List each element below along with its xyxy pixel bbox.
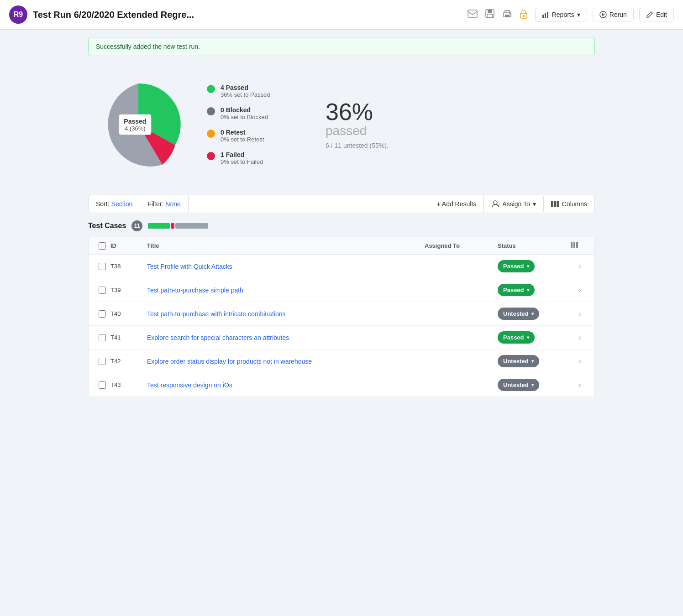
row-title[interactable]: Explore search for special characters an… <box>147 334 425 341</box>
row-checkbox-cell <box>94 358 110 365</box>
row-title[interactable]: Test path-to-purchase simple path <box>147 287 425 294</box>
blocked-dot <box>207 107 215 115</box>
table-row: T42 Explore order status display for pro… <box>89 350 594 373</box>
email-icon-button[interactable] <box>466 8 479 22</box>
svg-rect-9 <box>542 15 544 18</box>
save-icon-button[interactable] <box>483 7 497 23</box>
row-title[interactable]: Explore order status display for product… <box>147 358 425 365</box>
test-cases-title: Test Cases <box>88 222 126 230</box>
status-chevron-icon: ▾ <box>527 335 529 340</box>
columns-icon <box>551 201 559 207</box>
row-arrow-3[interactable]: › <box>571 334 589 342</box>
failed-dot <box>207 152 215 160</box>
row-arrow-4[interactable]: › <box>571 357 589 365</box>
test-cases-table: ID Title Assigned To Status T38 Test Pro… <box>88 237 595 397</box>
status-badge-3[interactable]: Passed ▾ <box>498 331 535 344</box>
row-arrow-1[interactable]: › <box>571 286 589 294</box>
table-header: ID Title Assigned To Status <box>89 237 594 255</box>
rerun-button[interactable]: Rerun <box>593 8 634 21</box>
row-id: T38 <box>110 263 147 270</box>
svg-rect-20 <box>576 242 578 248</box>
svg-rect-2 <box>488 10 492 13</box>
svg-rect-15 <box>551 201 553 207</box>
row-checkbox-0[interactable] <box>99 263 106 270</box>
blocked-legend-sub: 0% set to Blocked <box>221 114 268 120</box>
table-row: T41 Explore search for special character… <box>89 326 594 350</box>
retest-dot <box>207 130 215 138</box>
table-row: T39 Test path-to-purchase simple path Pa… <box>89 278 594 302</box>
assign-to-button[interactable]: Assign To ▾ <box>483 195 543 213</box>
reports-label: Reports <box>552 11 574 18</box>
row-id: T42 <box>110 358 147 365</box>
row-checkbox-cell <box>94 381 110 389</box>
assign-to-label: Assign To <box>502 200 530 208</box>
retest-legend-sub: 0% set to Retest <box>221 136 264 143</box>
row-status: Untested ▾ <box>498 355 571 367</box>
status-badge-0[interactable]: Passed ▾ <box>498 260 535 272</box>
edit-button[interactable]: Edit <box>639 8 674 21</box>
header-actions <box>571 242 589 250</box>
row-checkbox-5[interactable] <box>99 381 106 389</box>
header-status: Status <box>498 242 571 249</box>
row-arrow-0[interactable]: › <box>571 262 589 271</box>
row-checkbox-3[interactable] <box>99 334 106 341</box>
status-badge-5[interactable]: Untested ▾ <box>498 379 539 391</box>
filter-label: Filter: <box>147 200 163 208</box>
status-chevron-icon: ▾ <box>527 287 529 292</box>
banner-message: Successfully added the new test run. <box>96 43 200 50</box>
row-title[interactable]: Test path-to-purchase with intricate com… <box>147 310 425 318</box>
legend-failed: 1 Failed 9% set to Failed <box>207 151 307 165</box>
status-chevron-icon: ▾ <box>531 359 534 364</box>
sort-section: Sort: Section <box>89 196 140 212</box>
lock-icon-button[interactable] <box>518 7 530 23</box>
svg-rect-0 <box>468 10 477 17</box>
stats-section: Passed 4 (36%) 4 Passed 36% set to Passe… <box>88 67 595 186</box>
row-checkbox-cell <box>94 263 110 270</box>
svg-rect-11 <box>547 12 548 18</box>
chart-legend: 4 Passed 36% set to Passed 0 Blocked 0% … <box>207 84 307 165</box>
row-arrow-2[interactable]: › <box>571 310 589 318</box>
success-banner: Successfully added the new test run. <box>88 37 595 56</box>
svg-marker-13 <box>602 13 605 16</box>
row-id: T41 <box>110 334 147 341</box>
page-header: R9 Test Run 6/20/2020 Extended Regre... … <box>0 0 683 30</box>
progress-failed <box>171 223 174 229</box>
percent-summary: 36% passed 6 / 11 untested (55%). <box>326 100 389 149</box>
row-checkbox-2[interactable] <box>99 310 106 318</box>
row-title[interactable]: Test Profile with Quick Attacks <box>147 263 425 270</box>
reports-chevron: ▾ <box>577 11 580 18</box>
row-title[interactable]: Test responsive design on iOs <box>147 381 425 389</box>
status-badge-2[interactable]: Untested ▾ <box>498 308 539 320</box>
row-checkbox-1[interactable] <box>99 287 106 294</box>
table-row: T38 Test Profile with Quick Attacks Pass… <box>89 255 594 278</box>
add-results-label: + Add Results <box>437 200 477 208</box>
header-title: Title <box>147 242 425 249</box>
sort-value[interactable]: Section <box>111 200 133 208</box>
row-status: Untested ▾ <box>498 379 571 391</box>
reports-button[interactable]: Reports ▾ <box>535 8 587 21</box>
failed-legend-text: 1 Failed 9% set to Failed <box>221 151 263 165</box>
print-icon-button[interactable] <box>500 7 514 22</box>
status-badge-1[interactable]: Passed ▾ <box>498 284 535 296</box>
row-checkbox-4[interactable] <box>99 358 106 365</box>
filter-section: Filter: None <box>140 196 188 212</box>
pie-chart: Passed 4 (36%) <box>88 74 189 175</box>
row-status: Passed ▾ <box>498 260 571 272</box>
add-results-button[interactable]: + Add Results <box>430 196 484 212</box>
select-all-checkbox[interactable] <box>99 242 106 250</box>
columns-button[interactable]: Columns <box>543 196 594 212</box>
row-id: T40 <box>110 310 147 317</box>
header-id: ID <box>110 242 147 249</box>
row-arrow-5[interactable]: › <box>571 381 589 389</box>
table-row: T40 Test path-to-purchase with intricate… <box>89 302 594 326</box>
svg-rect-5 <box>505 15 510 17</box>
filter-value[interactable]: None <box>165 200 180 208</box>
status-chevron-icon: ▾ <box>527 264 529 269</box>
passed-label: passed <box>326 124 389 138</box>
header-icon-group <box>466 7 530 23</box>
svg-rect-10 <box>545 13 546 18</box>
failed-legend-sub: 9% set to Failed <box>221 158 263 165</box>
status-badge-4[interactable]: Untested ▾ <box>498 355 539 367</box>
svg-point-6 <box>509 13 510 14</box>
svg-rect-3 <box>487 14 493 18</box>
